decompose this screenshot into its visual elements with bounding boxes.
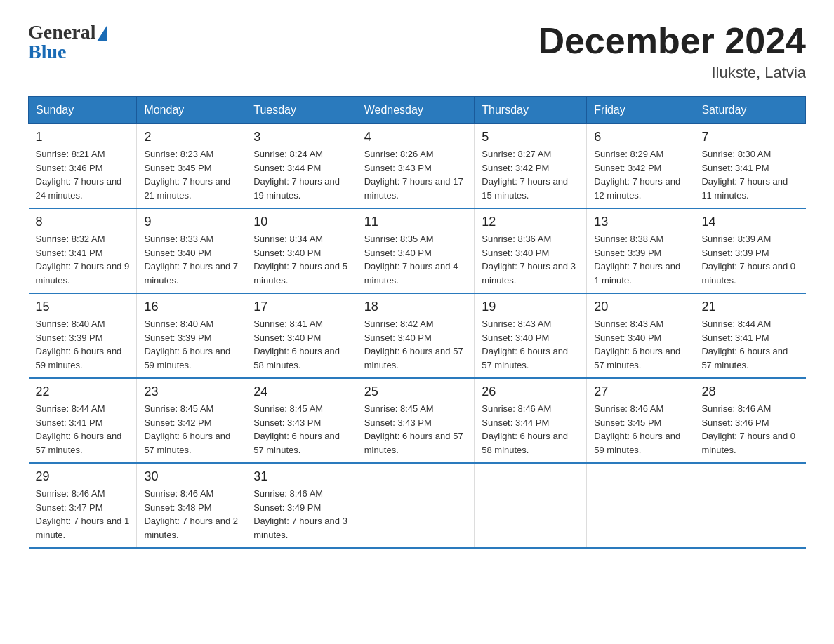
calendar-cell: 8 Sunrise: 8:32 AMSunset: 3:41 PMDayligh… <box>29 208 137 293</box>
week-row-1: 1 Sunrise: 8:21 AMSunset: 3:46 PMDayligh… <box>29 124 806 209</box>
day-number: 8 <box>36 215 130 229</box>
logo-triangle-icon <box>97 26 107 41</box>
header-thursday: Thursday <box>475 97 587 124</box>
day-number: 29 <box>36 469 130 484</box>
day-info: Sunrise: 8:33 AMSunset: 3:40 PMDaylight:… <box>144 232 239 287</box>
header-friday: Friday <box>587 97 694 124</box>
location: Ilukste, Latvia <box>538 64 806 82</box>
day-info: Sunrise: 8:45 AMSunset: 3:42 PMDaylight:… <box>144 402 239 457</box>
calendar-cell: 5 Sunrise: 8:27 AMSunset: 3:42 PMDayligh… <box>475 124 587 209</box>
day-number: 20 <box>594 300 687 314</box>
day-number: 25 <box>364 384 468 399</box>
calendar-cell: 25 Sunrise: 8:45 AMSunset: 3:43 PMDaylig… <box>357 378 475 463</box>
calendar-cell: 6 Sunrise: 8:29 AMSunset: 3:42 PMDayligh… <box>587 124 694 209</box>
day-number: 31 <box>253 469 349 484</box>
day-number: 2 <box>144 130 239 145</box>
day-info: Sunrise: 8:38 AMSunset: 3:39 PMDaylight:… <box>594 232 687 287</box>
day-number: 16 <box>144 300 239 314</box>
calendar-cell: 30 Sunrise: 8:46 AMSunset: 3:48 PMDaylig… <box>137 463 246 548</box>
day-number: 30 <box>144 469 239 484</box>
day-number: 9 <box>144 215 239 229</box>
week-row-4: 22 Sunrise: 8:44 AMSunset: 3:41 PMDaylig… <box>29 378 806 463</box>
calendar-cell: 10 Sunrise: 8:34 AMSunset: 3:40 PMDaylig… <box>246 208 357 293</box>
header-wednesday: Wednesday <box>357 97 475 124</box>
day-info: Sunrise: 8:44 AMSunset: 3:41 PMDaylight:… <box>36 402 130 457</box>
calendar-cell: 9 Sunrise: 8:33 AMSunset: 3:40 PMDayligh… <box>137 208 246 293</box>
header-monday: Monday <box>137 97 246 124</box>
calendar-table: SundayMondayTuesdayWednesdayThursdayFrid… <box>28 96 806 549</box>
day-info: Sunrise: 8:23 AMSunset: 3:45 PMDaylight:… <box>144 147 239 202</box>
day-info: Sunrise: 8:40 AMSunset: 3:39 PMDaylight:… <box>36 317 130 372</box>
calendar-cell: 12 Sunrise: 8:36 AMSunset: 3:40 PMDaylig… <box>475 208 587 293</box>
day-info: Sunrise: 8:46 AMSunset: 3:49 PMDaylight:… <box>253 487 349 542</box>
day-number: 13 <box>594 215 687 229</box>
calendar-cell: 14 Sunrise: 8:39 AMSunset: 3:39 PMDaylig… <box>694 208 806 293</box>
day-number: 28 <box>701 384 798 399</box>
day-number: 26 <box>482 384 579 399</box>
day-number: 24 <box>253 384 349 399</box>
day-info: Sunrise: 8:46 AMSunset: 3:46 PMDaylight:… <box>701 402 798 457</box>
day-info: Sunrise: 8:24 AMSunset: 3:44 PMDaylight:… <box>253 147 349 202</box>
logo: General Blue <box>28 21 107 63</box>
calendar-cell: 27 Sunrise: 8:46 AMSunset: 3:45 PMDaylig… <box>587 378 694 463</box>
day-info: Sunrise: 8:43 AMSunset: 3:40 PMDaylight:… <box>482 317 579 372</box>
day-number: 10 <box>253 215 349 229</box>
day-info: Sunrise: 8:46 AMSunset: 3:48 PMDaylight:… <box>144 487 239 542</box>
day-number: 17 <box>253 300 349 314</box>
day-number: 1 <box>36 130 130 145</box>
calendar-cell <box>475 463 587 548</box>
day-info: Sunrise: 8:45 AMSunset: 3:43 PMDaylight:… <box>253 402 349 457</box>
week-row-2: 8 Sunrise: 8:32 AMSunset: 3:41 PMDayligh… <box>29 208 806 293</box>
calendar-header-row: SundayMondayTuesdayWednesdayThursdayFrid… <box>29 97 806 124</box>
calendar-cell: 19 Sunrise: 8:43 AMSunset: 3:40 PMDaylig… <box>475 293 587 378</box>
header-sunday: Sunday <box>29 97 137 124</box>
calendar-cell: 13 Sunrise: 8:38 AMSunset: 3:39 PMDaylig… <box>587 208 694 293</box>
day-number: 23 <box>144 384 239 399</box>
day-info: Sunrise: 8:29 AMSunset: 3:42 PMDaylight:… <box>594 147 687 202</box>
day-info: Sunrise: 8:34 AMSunset: 3:40 PMDaylight:… <box>253 232 349 287</box>
calendar-cell: 21 Sunrise: 8:44 AMSunset: 3:41 PMDaylig… <box>694 293 806 378</box>
month-title: December 2024 <box>538 21 806 61</box>
day-info: Sunrise: 8:21 AMSunset: 3:46 PMDaylight:… <box>36 147 130 202</box>
day-info: Sunrise: 8:30 AMSunset: 3:41 PMDaylight:… <box>701 147 798 202</box>
day-info: Sunrise: 8:32 AMSunset: 3:41 PMDaylight:… <box>36 232 130 287</box>
day-number: 27 <box>594 384 687 399</box>
day-number: 6 <box>594 130 687 145</box>
day-info: Sunrise: 8:35 AMSunset: 3:40 PMDaylight:… <box>364 232 468 287</box>
day-info: Sunrise: 8:42 AMSunset: 3:40 PMDaylight:… <box>364 317 468 372</box>
calendar-cell <box>357 463 475 548</box>
day-number: 15 <box>36 300 130 314</box>
day-number: 4 <box>364 130 468 145</box>
day-number: 18 <box>364 300 468 314</box>
week-row-3: 15 Sunrise: 8:40 AMSunset: 3:39 PMDaylig… <box>29 293 806 378</box>
day-info: Sunrise: 8:46 AMSunset: 3:47 PMDaylight:… <box>36 487 130 542</box>
day-info: Sunrise: 8:41 AMSunset: 3:40 PMDaylight:… <box>253 317 349 372</box>
day-number: 5 <box>482 130 579 145</box>
day-number: 22 <box>36 384 130 399</box>
calendar-cell: 15 Sunrise: 8:40 AMSunset: 3:39 PMDaylig… <box>29 293 137 378</box>
calendar-cell <box>694 463 806 548</box>
calendar-cell <box>587 463 694 548</box>
day-info: Sunrise: 8:27 AMSunset: 3:42 PMDaylight:… <box>482 147 579 202</box>
day-info: Sunrise: 8:44 AMSunset: 3:41 PMDaylight:… <box>701 317 798 372</box>
day-info: Sunrise: 8:39 AMSunset: 3:39 PMDaylight:… <box>701 232 798 287</box>
calendar-cell: 17 Sunrise: 8:41 AMSunset: 3:40 PMDaylig… <box>246 293 357 378</box>
day-number: 3 <box>253 130 349 145</box>
calendar-cell: 3 Sunrise: 8:24 AMSunset: 3:44 PMDayligh… <box>246 124 357 209</box>
header-saturday: Saturday <box>694 97 806 124</box>
title-section: December 2024 Ilukste, Latvia <box>538 21 806 82</box>
day-info: Sunrise: 8:36 AMSunset: 3:40 PMDaylight:… <box>482 232 579 287</box>
day-number: 7 <box>701 130 798 145</box>
day-info: Sunrise: 8:46 AMSunset: 3:45 PMDaylight:… <box>594 402 687 457</box>
day-number: 11 <box>364 215 468 229</box>
calendar-cell: 24 Sunrise: 8:45 AMSunset: 3:43 PMDaylig… <box>246 378 357 463</box>
calendar-cell: 29 Sunrise: 8:46 AMSunset: 3:47 PMDaylig… <box>29 463 137 548</box>
header-tuesday: Tuesday <box>246 97 357 124</box>
day-number: 14 <box>701 215 798 229</box>
calendar-cell: 1 Sunrise: 8:21 AMSunset: 3:46 PMDayligh… <box>29 124 137 209</box>
calendar-cell: 16 Sunrise: 8:40 AMSunset: 3:39 PMDaylig… <box>137 293 246 378</box>
logo-blue-text: Blue <box>28 41 66 63</box>
calendar-cell: 20 Sunrise: 8:43 AMSunset: 3:40 PMDaylig… <box>587 293 694 378</box>
calendar-cell: 23 Sunrise: 8:45 AMSunset: 3:42 PMDaylig… <box>137 378 246 463</box>
calendar-cell: 18 Sunrise: 8:42 AMSunset: 3:40 PMDaylig… <box>357 293 475 378</box>
